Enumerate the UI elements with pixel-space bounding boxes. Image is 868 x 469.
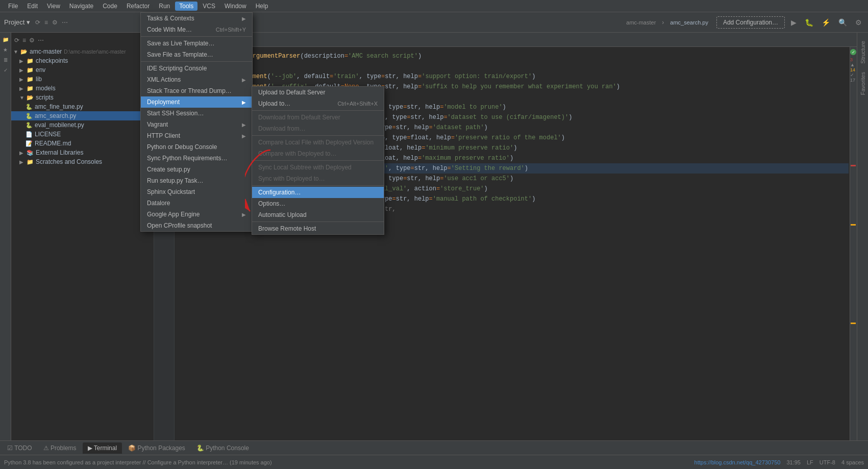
python-packages-tab[interactable]: 📦 Python Packages — [123, 442, 190, 454]
debug-button[interactable]: 🐛 — [803, 17, 815, 28]
project-dropdown[interactable]: Project ▾ — [4, 18, 30, 26]
deploy-automatic-upload[interactable]: Automatic Upload — [252, 209, 384, 220]
status-lf[interactable]: LF — [807, 459, 813, 465]
terminal-tab[interactable]: ▶ Terminal — [83, 442, 122, 454]
menu-tasks-contexts[interactable]: Tasks & Contexts ▶ — [141, 13, 252, 24]
tree-item-env[interactable]: ▶ 📁 env — [11, 65, 154, 75]
add-configuration-button[interactable]: Add Configuration… — [716, 16, 785, 29]
separator — [252, 185, 384, 186]
toolbar-left: Project ▾ ⟳ ≡ ⚙ ⋯ — [4, 18, 624, 27]
menu-ide-scripting[interactable]: IDE Scripting Console — [141, 63, 252, 74]
sync-icon[interactable]: ⟳ — [34, 18, 41, 27]
py-file-icon: 🐍 — [26, 104, 33, 110]
favorites-tab[interactable]: Favorites — [858, 68, 867, 99]
menu-sync-python[interactable]: Sync Python Requirements… — [141, 153, 252, 164]
status-message[interactable]: Python 3.8 has been configured as a proj… — [4, 459, 272, 465]
shortcut-label: Ctrl+Alt+Shift+X — [337, 101, 378, 107]
deploy-options[interactable]: Options… — [252, 198, 384, 209]
menu-google-app-engine[interactable]: Google App Engine ▶ — [141, 209, 252, 220]
tree-item-models[interactable]: ▶ 📁 models — [11, 84, 154, 93]
tree-item-external[interactable]: ▶ 📚 External Libraries — [11, 148, 154, 157]
search-everywhere-button[interactable]: 🔍 — [836, 17, 849, 28]
menu-tools[interactable]: Tools — [175, 2, 197, 11]
menu-code-with-me[interactable]: Code With Me… Ctrl+Shift+Y — [141, 24, 252, 35]
status-position[interactable]: 31:95 — [786, 459, 801, 465]
status-indent[interactable]: 4 spaces — [841, 459, 864, 465]
tree-item-license[interactable]: 📄 LICENSE — [11, 130, 154, 139]
menu-refactor[interactable]: Refactor — [122, 2, 154, 11]
collapse-icon[interactable]: ≡ — [43, 18, 49, 27]
status-url[interactable]: https://blog.csdn.net/qq_42730750 — [695, 459, 781, 465]
tree-item-checkpoints[interactable]: ▶ 📁 checkpoints — [11, 56, 154, 65]
deploy-upload-default[interactable]: Upload to Default Server — [252, 87, 384, 98]
separator — [252, 160, 384, 161]
menu-sphinx[interactable]: Sphinx Quickstart — [141, 186, 252, 198]
python-console-tab[interactable]: 🐍 Python Console — [191, 442, 254, 454]
todo-tab[interactable]: ☑ TODO — [2, 442, 37, 454]
menu-save-live-template[interactable]: Save as Live Template… — [141, 38, 252, 49]
tree-item-scripts[interactable]: ▼ 📂 scripts — [11, 93, 154, 102]
tree-sync-icon[interactable]: ⟳ — [13, 36, 20, 45]
bookmark-icon[interactable]: ★ — [1, 45, 10, 54]
project-icon[interactable]: 📁 — [1, 35, 10, 44]
status-right: https://blog.csdn.net/qq_42730750 31:95 … — [695, 459, 864, 465]
menu-view[interactable]: View — [43, 2, 64, 11]
menu-bar: File Edit View Navigate Code Refactor Ru… — [0, 0, 868, 12]
error-count: 3 ▲ 14 ✓ 17 — [850, 57, 856, 83]
menu-start-ssh[interactable]: Start SSH Session… — [141, 108, 252, 119]
tree-arrow-icon: ▼ — [19, 95, 26, 101]
structure-tab[interactable]: Structure — [858, 37, 867, 68]
deploy-download-from: Download from… — [252, 123, 384, 134]
tree-collapse-icon[interactable]: ≡ — [21, 36, 27, 45]
deploy-configuration[interactable]: Configuration… — [252, 187, 384, 198]
structure-icon[interactable]: ≣ — [1, 55, 10, 64]
ok-indicator[interactable]: ✓ — [850, 49, 856, 55]
tree-item-scratches[interactable]: ▶ 📁 Scratches and Consoles — [11, 157, 154, 166]
tree-arrow-icon: ▼ — [13, 49, 19, 55]
menu-window[interactable]: Window — [220, 2, 251, 11]
run-button[interactable]: ▶ — [789, 17, 799, 28]
menu-deployment[interactable]: Deployment ▶ — [141, 96, 252, 108]
deploy-browse-remote[interactable]: Browse Remote Host — [252, 223, 384, 234]
menu-xml-actions[interactable]: XML Actions ▶ — [141, 74, 252, 85]
menu-python-debug-console[interactable]: Python or Debug Console — [141, 141, 252, 153]
console-icon: 🐍 — [196, 445, 204, 452]
menu-stack-trace[interactable]: Stack Trace or Thread Dump… — [141, 85, 252, 96]
coverage-button[interactable]: ⚡ — [820, 17, 832, 28]
tree-item-lib[interactable]: ▶ 📁 lib — [11, 75, 154, 84]
menu-navigate[interactable]: Navigate — [65, 2, 97, 11]
tree-item-eval[interactable]: 🐍 eval_mobilenet.py — [11, 120, 154, 130]
menu-create-setup[interactable]: Create setup.py — [141, 164, 252, 175]
tree-item-readme[interactable]: 📝 README.md — [11, 139, 154, 148]
tree-item-amc-search[interactable]: 🐍 amc_search.py — [11, 111, 154, 120]
package-icon: 📦 — [128, 445, 136, 452]
editor-tabs: 🐍 amc_search.py ✕ — [154, 33, 857, 47]
menu-save-file-template[interactable]: Save File as Template… — [141, 49, 252, 60]
tree-item-fine-tune[interactable]: 🐍 amc_fine_tune.py — [11, 102, 154, 111]
menu-help[interactable]: Help — [252, 2, 272, 11]
menu-vcs[interactable]: VCS — [199, 2, 219, 11]
status-encoding[interactable]: UTF-8 — [820, 459, 835, 465]
todo-side-icon[interactable]: ✓ — [1, 65, 10, 75]
project-path: amc-master — [626, 19, 656, 26]
gear-icon[interactable]: ⚙ — [51, 18, 59, 27]
tree-dots-icon[interactable]: ⋯ — [37, 36, 45, 45]
tree-label: amc_fine_tune.py — [35, 103, 83, 110]
deploy-upload-to[interactable]: Upload to… Ctrl+Alt+Shift+X — [252, 98, 384, 109]
menu-file[interactable]: File — [4, 2, 22, 11]
menu-code[interactable]: Code — [98, 2, 121, 11]
menu-edit[interactable]: Edit — [23, 2, 42, 11]
menu-datalore[interactable]: Datalore — [141, 198, 252, 209]
menu-open-cprofile[interactable]: Open CProfile snapshot — [141, 220, 252, 231]
submenu-arrow-icon: ▶ — [242, 133, 246, 139]
tree-arrow-icon: ▶ — [19, 150, 26, 156]
problems-tab[interactable]: ⚠ Problems — [38, 442, 82, 454]
menu-run[interactable]: Run — [155, 2, 174, 11]
menu-http-client[interactable]: HTTP Client ▶ — [141, 130, 252, 141]
tree-gear-icon[interactable]: ⚙ — [28, 36, 36, 45]
more-icon[interactable]: ⋯ — [61, 18, 69, 27]
tree-root[interactable]: ▼ 📂 amc-master D:\amc-master\amc-master — [11, 47, 154, 56]
menu-run-setup[interactable]: Run setup.py Task… — [141, 175, 252, 186]
menu-vagrant[interactable]: Vagrant ▶ — [141, 119, 252, 130]
settings-button[interactable]: ⚙ — [853, 17, 864, 28]
